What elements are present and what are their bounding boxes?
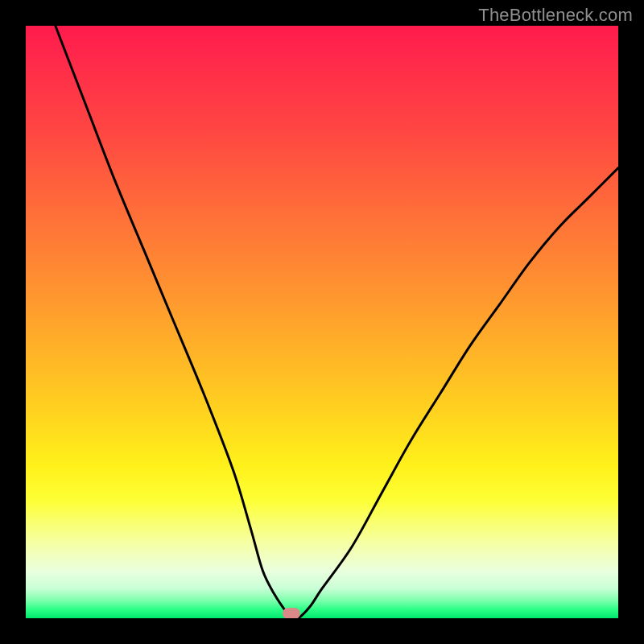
optimal-point-marker: [283, 608, 300, 618]
chart-frame: TheBottleneck.com: [0, 0, 644, 644]
curve-layer: [26, 26, 618, 618]
watermark-text: TheBottleneck.com: [478, 5, 633, 26]
plot-area: [26, 26, 618, 618]
bottleneck-curve-path: [56, 26, 618, 618]
